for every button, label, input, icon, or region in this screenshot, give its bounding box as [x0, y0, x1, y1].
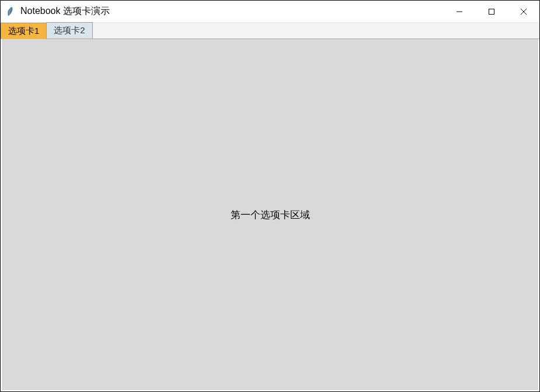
tab-2[interactable]: 选项卡2: [46, 22, 92, 38]
content-label: 第一个选项卡区域: [231, 208, 310, 222]
window-title: Notebook 选项卡演示: [20, 5, 443, 18]
tab-strip: 选项卡1 选项卡2: [1, 23, 539, 39]
tab-1[interactable]: 选项卡1: [1, 23, 47, 39]
app-window: Notebook 选项卡演示 选项卡1 选项卡2 第一个选项卡区域: [0, 0, 540, 392]
maximize-button[interactable]: [475, 1, 507, 23]
tab-content-panel: 第一个选项卡区域: [1, 39, 539, 391]
titlebar[interactable]: Notebook 选项卡演示: [1, 1, 539, 23]
tab-label: 选项卡2: [54, 25, 85, 35]
app-icon: [5, 6, 16, 17]
tab-label: 选项卡1: [8, 26, 39, 36]
close-button[interactable]: [507, 1, 539, 23]
window-controls: [443, 1, 539, 22]
minimize-button[interactable]: [443, 1, 475, 23]
svg-rect-1: [489, 9, 494, 15]
